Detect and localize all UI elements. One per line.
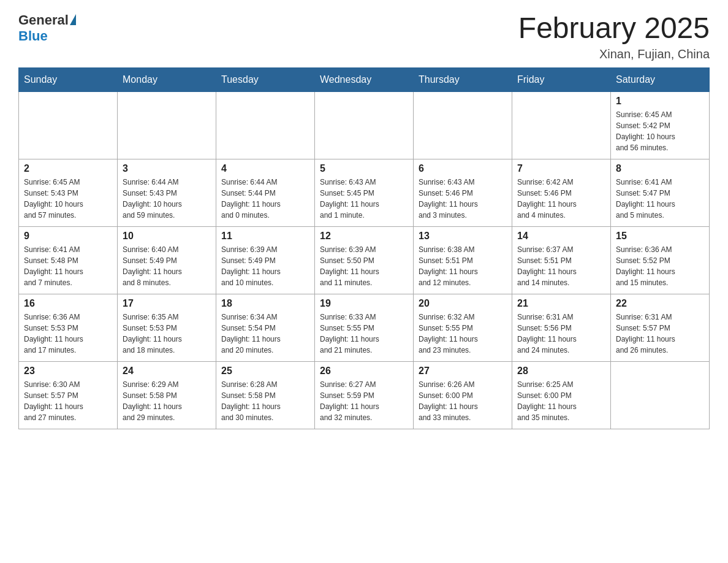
calendar-cell: 4Sunrise: 6:44 AM Sunset: 5:44 PM Daylig… xyxy=(216,159,315,226)
day-number: 26 xyxy=(320,366,408,377)
logo-triangle-icon xyxy=(70,14,76,25)
day-info: Sunrise: 6:44 AM Sunset: 5:43 PM Dayligh… xyxy=(123,177,211,221)
logo-general-text: General xyxy=(18,12,69,28)
day-number: 5 xyxy=(320,163,408,174)
day-info: Sunrise: 6:36 AM Sunset: 5:53 PM Dayligh… xyxy=(24,312,112,356)
day-number: 7 xyxy=(517,163,605,174)
day-info: Sunrise: 6:39 AM Sunset: 5:49 PM Dayligh… xyxy=(221,244,309,288)
calendar-cell: 27Sunrise: 6:26 AM Sunset: 6:00 PM Dayli… xyxy=(414,361,512,429)
day-number: 1 xyxy=(616,96,704,107)
logo: General Blue xyxy=(18,12,76,44)
week-row-4: 16Sunrise: 6:36 AM Sunset: 5:53 PM Dayli… xyxy=(19,294,710,361)
day-number: 23 xyxy=(24,366,112,377)
day-number: 24 xyxy=(123,366,211,377)
weekday-header-thursday: Thursday xyxy=(414,67,512,91)
calendar-cell: 17Sunrise: 6:35 AM Sunset: 5:53 PM Dayli… xyxy=(118,294,216,361)
day-info: Sunrise: 6:34 AM Sunset: 5:54 PM Dayligh… xyxy=(221,312,309,356)
day-number: 17 xyxy=(123,298,211,309)
day-info: Sunrise: 6:28 AM Sunset: 5:58 PM Dayligh… xyxy=(221,379,309,423)
day-number: 27 xyxy=(419,366,507,377)
calendar-cell: 18Sunrise: 6:34 AM Sunset: 5:54 PM Dayli… xyxy=(216,294,315,361)
day-number: 4 xyxy=(221,163,309,174)
day-info: Sunrise: 6:39 AM Sunset: 5:50 PM Dayligh… xyxy=(320,244,408,288)
calendar-table: SundayMondayTuesdayWednesdayThursdayFrid… xyxy=(18,67,710,429)
day-info: Sunrise: 6:43 AM Sunset: 5:45 PM Dayligh… xyxy=(320,177,408,221)
calendar-cell xyxy=(512,91,611,159)
weekday-header-friday: Friday xyxy=(512,67,611,91)
day-info: Sunrise: 6:45 AM Sunset: 5:42 PM Dayligh… xyxy=(616,109,704,153)
day-info: Sunrise: 6:31 AM Sunset: 5:56 PM Dayligh… xyxy=(517,312,605,356)
day-info: Sunrise: 6:32 AM Sunset: 5:55 PM Dayligh… xyxy=(419,312,507,356)
day-number: 28 xyxy=(517,366,605,377)
day-number: 12 xyxy=(320,231,408,242)
day-number: 16 xyxy=(24,298,112,309)
calendar-cell: 9Sunrise: 6:41 AM Sunset: 5:48 PM Daylig… xyxy=(19,226,118,294)
day-number: 3 xyxy=(123,163,211,174)
calendar-cell: 10Sunrise: 6:40 AM Sunset: 5:49 PM Dayli… xyxy=(118,226,216,294)
weekday-header-monday: Monday xyxy=(118,67,216,91)
week-row-5: 23Sunrise: 6:30 AM Sunset: 5:57 PM Dayli… xyxy=(19,361,710,429)
day-number: 20 xyxy=(419,298,507,309)
calendar-cell xyxy=(414,91,512,159)
title-block: February 2025 Xinan, Fujian, China xyxy=(518,12,710,61)
day-info: Sunrise: 6:41 AM Sunset: 5:47 PM Dayligh… xyxy=(616,177,704,221)
day-info: Sunrise: 6:43 AM Sunset: 5:46 PM Dayligh… xyxy=(419,177,507,221)
calendar-cell: 21Sunrise: 6:31 AM Sunset: 5:56 PM Dayli… xyxy=(512,294,611,361)
calendar-cell: 23Sunrise: 6:30 AM Sunset: 5:57 PM Dayli… xyxy=(19,361,118,429)
weekday-header-tuesday: Tuesday xyxy=(216,67,315,91)
weekday-header-wednesday: Wednesday xyxy=(315,67,414,91)
day-number: 11 xyxy=(221,231,309,242)
day-info: Sunrise: 6:30 AM Sunset: 5:57 PM Dayligh… xyxy=(24,379,112,423)
day-number: 19 xyxy=(320,298,408,309)
day-number: 8 xyxy=(616,163,704,174)
day-info: Sunrise: 6:44 AM Sunset: 5:44 PM Dayligh… xyxy=(221,177,309,221)
calendar-cell: 28Sunrise: 6:25 AM Sunset: 6:00 PM Dayli… xyxy=(512,361,611,429)
calendar-cell: 8Sunrise: 6:41 AM Sunset: 5:47 PM Daylig… xyxy=(611,159,710,226)
day-info: Sunrise: 6:35 AM Sunset: 5:53 PM Dayligh… xyxy=(123,312,211,356)
calendar-cell: 25Sunrise: 6:28 AM Sunset: 5:58 PM Dayli… xyxy=(216,361,315,429)
day-info: Sunrise: 6:33 AM Sunset: 5:55 PM Dayligh… xyxy=(320,312,408,356)
calendar-cell xyxy=(19,91,118,159)
day-info: Sunrise: 6:29 AM Sunset: 5:58 PM Dayligh… xyxy=(123,379,211,423)
day-info: Sunrise: 6:37 AM Sunset: 5:51 PM Dayligh… xyxy=(517,244,605,288)
calendar-cell: 19Sunrise: 6:33 AM Sunset: 5:55 PM Dayli… xyxy=(315,294,414,361)
day-number: 10 xyxy=(123,231,211,242)
weekday-header-sunday: Sunday xyxy=(19,67,118,91)
calendar-cell: 1Sunrise: 6:45 AM Sunset: 5:42 PM Daylig… xyxy=(611,91,710,159)
weekday-header-saturday: Saturday xyxy=(611,67,710,91)
day-number: 21 xyxy=(517,298,605,309)
calendar-cell: 14Sunrise: 6:37 AM Sunset: 5:51 PM Dayli… xyxy=(512,226,611,294)
week-row-3: 9Sunrise: 6:41 AM Sunset: 5:48 PM Daylig… xyxy=(19,226,710,294)
day-info: Sunrise: 6:31 AM Sunset: 5:57 PM Dayligh… xyxy=(616,312,704,356)
day-info: Sunrise: 6:27 AM Sunset: 5:59 PM Dayligh… xyxy=(320,379,408,423)
calendar-cell: 16Sunrise: 6:36 AM Sunset: 5:53 PM Dayli… xyxy=(19,294,118,361)
weekday-header-row: SundayMondayTuesdayWednesdayThursdayFrid… xyxy=(19,67,710,91)
week-row-1: 1Sunrise: 6:45 AM Sunset: 5:42 PM Daylig… xyxy=(19,91,710,159)
calendar-cell: 22Sunrise: 6:31 AM Sunset: 5:57 PM Dayli… xyxy=(611,294,710,361)
calendar-cell: 5Sunrise: 6:43 AM Sunset: 5:45 PM Daylig… xyxy=(315,159,414,226)
day-number: 14 xyxy=(517,231,605,242)
calendar-cell: 12Sunrise: 6:39 AM Sunset: 5:50 PM Dayli… xyxy=(315,226,414,294)
week-row-2: 2Sunrise: 6:45 AM Sunset: 5:43 PM Daylig… xyxy=(19,159,710,226)
calendar-cell: 3Sunrise: 6:44 AM Sunset: 5:43 PM Daylig… xyxy=(118,159,216,226)
calendar-cell xyxy=(118,91,216,159)
calendar-cell xyxy=(611,361,710,429)
day-number: 15 xyxy=(616,231,704,242)
day-info: Sunrise: 6:45 AM Sunset: 5:43 PM Dayligh… xyxy=(24,177,112,221)
day-info: Sunrise: 6:42 AM Sunset: 5:46 PM Dayligh… xyxy=(517,177,605,221)
day-number: 22 xyxy=(616,298,704,309)
calendar-cell: 13Sunrise: 6:38 AM Sunset: 5:51 PM Dayli… xyxy=(414,226,512,294)
day-info: Sunrise: 6:38 AM Sunset: 5:51 PM Dayligh… xyxy=(419,244,507,288)
day-info: Sunrise: 6:41 AM Sunset: 5:48 PM Dayligh… xyxy=(24,244,112,288)
calendar-cell: 26Sunrise: 6:27 AM Sunset: 5:59 PM Dayli… xyxy=(315,361,414,429)
month-title: February 2025 xyxy=(518,12,710,45)
calendar-cell: 2Sunrise: 6:45 AM Sunset: 5:43 PM Daylig… xyxy=(19,159,118,226)
calendar-cell: 7Sunrise: 6:42 AM Sunset: 5:46 PM Daylig… xyxy=(512,159,611,226)
day-number: 25 xyxy=(221,366,309,377)
day-number: 9 xyxy=(24,231,112,242)
calendar-cell xyxy=(216,91,315,159)
calendar-cell: 24Sunrise: 6:29 AM Sunset: 5:58 PM Dayli… xyxy=(118,361,216,429)
day-info: Sunrise: 6:26 AM Sunset: 6:00 PM Dayligh… xyxy=(419,379,507,423)
location: Xinan, Fujian, China xyxy=(518,47,710,61)
day-number: 2 xyxy=(24,163,112,174)
